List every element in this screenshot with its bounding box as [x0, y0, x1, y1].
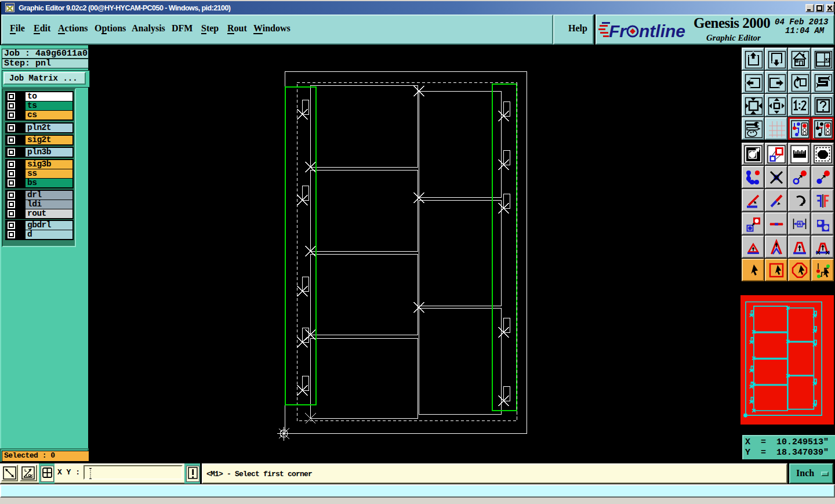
svg-text:ntline: ntline — [639, 21, 685, 41]
svg-text:Fr: Fr — [609, 21, 627, 41]
